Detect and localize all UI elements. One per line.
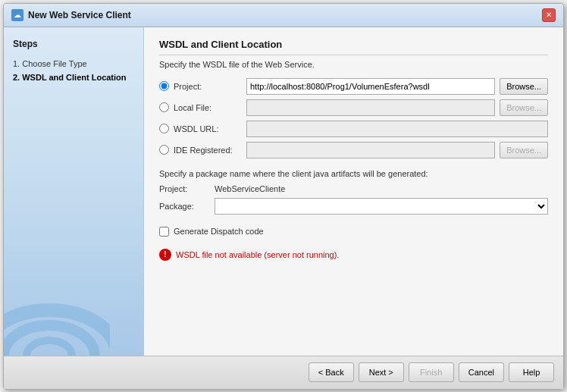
project-field-value: WebServiceCliente <box>215 184 285 193</box>
steps-panel: Steps 1. Choose File Type 2. WSDL and Cl… <box>4 27 144 356</box>
radio-row-localfile: Local File: Browse... <box>159 99 548 116</box>
project-input[interactable] <box>246 78 495 95</box>
project-field-row: Project: WebServiceCliente <box>159 184 548 193</box>
title-bar: ☁ New Web Service Client ✕ <box>4 4 563 27</box>
dialog-title: New Web Service Client <box>28 10 131 20</box>
ideregistered-input[interactable] <box>246 142 495 158</box>
radio-project-label: Project: <box>174 82 242 91</box>
title-bar-left: ☁ New Web Service Client <box>11 9 131 21</box>
package-field-row: Package: <box>159 198 548 215</box>
radio-localfile-label: Local File: <box>174 103 242 112</box>
radio-row-wsdlurl: WSDL URL: <box>159 121 548 137</box>
radio-row-project: Project: Browse... <box>159 78 548 95</box>
project-field-label: Project: <box>159 184 208 193</box>
back-button[interactable]: < Back <box>309 362 354 382</box>
finish-button[interactable]: Finish <box>409 362 454 382</box>
generate-dispatch-row: Generate Dispatch code <box>159 227 548 237</box>
generate-dispatch-label: Generate Dispatch code <box>174 227 264 236</box>
wsdlurl-input[interactable] <box>246 121 548 137</box>
step-1: 1. Choose File Type <box>13 57 134 71</box>
generate-dispatch-checkbox[interactable] <box>159 227 169 237</box>
help-button[interactable]: Help <box>509 362 554 382</box>
close-button[interactable]: ✕ <box>542 8 556 22</box>
localfile-browse-button[interactable]: Browse... <box>500 99 548 116</box>
error-row: ! WSDL file not available (server not ru… <box>159 249 548 261</box>
cancel-button[interactable]: Cancel <box>459 362 504 382</box>
dialog-icon: ☁ <box>11 9 23 21</box>
localfile-input[interactable] <box>246 99 495 116</box>
radio-project[interactable] <box>159 81 169 91</box>
section-desc: Specify the WSDL file of the Web Service… <box>159 60 548 69</box>
content-area: Steps 1. Choose File Type 2. WSDL and Cl… <box>4 27 563 356</box>
radio-wsdlurl[interactable] <box>159 124 169 133</box>
background-graphic <box>4 249 110 356</box>
error-text: WSDL file not available (server not runn… <box>176 250 339 259</box>
radio-ideregistered[interactable] <box>159 145 169 155</box>
section-title: WSDL and Client Location <box>159 39 548 55</box>
radio-localfile[interactable] <box>159 102 169 112</box>
steps-heading: Steps <box>13 39 134 49</box>
radio-ideregistered-label: IDE Registered: <box>174 146 242 155</box>
dialog: ☁ New Web Service Client ✕ Steps 1. Choo… <box>3 3 564 390</box>
next-button[interactable]: Next > <box>359 362 404 382</box>
package-section: Specify a package name where the client … <box>159 169 548 215</box>
radio-row-ideregistered: IDE Registered: Browse... <box>159 142 548 158</box>
button-bar: < Back Next > Finish Cancel Help <box>4 356 563 389</box>
project-browse-button[interactable]: Browse... <box>500 78 548 95</box>
step-2: 2. WSDL and Client Location <box>13 71 134 84</box>
package-select[interactable] <box>215 198 548 215</box>
package-field-label: Package: <box>159 202 208 211</box>
ideregistered-browse-button[interactable]: Browse... <box>500 142 548 158</box>
radio-wsdlurl-label: WSDL URL: <box>174 124 242 133</box>
package-desc: Specify a package name where the client … <box>159 169 548 178</box>
error-icon: ! <box>159 249 171 261</box>
svg-point-2 <box>27 340 72 356</box>
main-panel: WSDL and Client Location Specify the WSD… <box>144 27 563 356</box>
